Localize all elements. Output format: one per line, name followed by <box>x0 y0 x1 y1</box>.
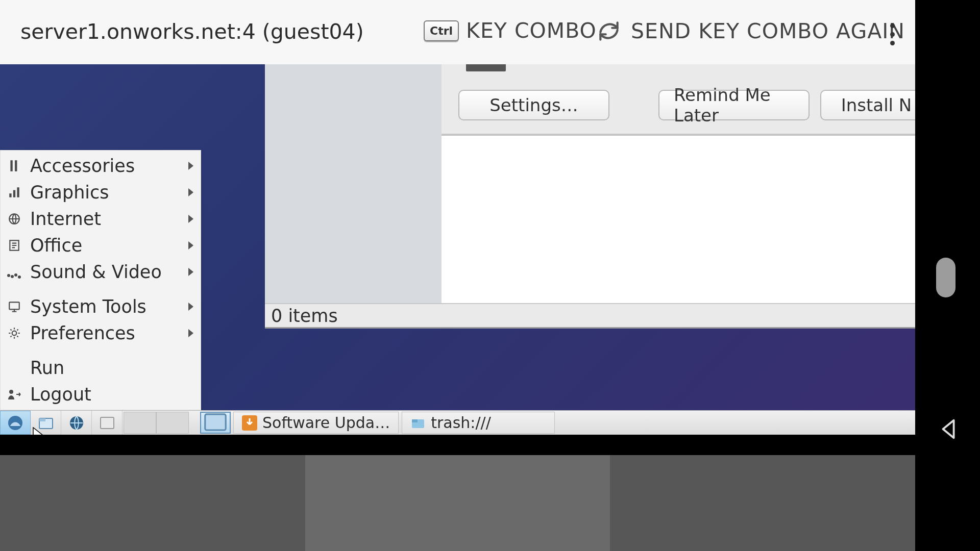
task-label: Software Upda… <box>262 414 390 432</box>
svg-rect-11 <box>9 302 19 309</box>
file-manager-status-bar: 0 items <box>265 303 915 329</box>
letterbox-band <box>0 435 915 455</box>
menu-item-label: Sound & Video <box>30 262 162 282</box>
chevron-right-icon <box>188 215 193 223</box>
menu-item-accessories[interactable]: Accessories <box>1 153 201 179</box>
graphics-icon <box>7 186 22 199</box>
applications-menu: Accessories Graphics Internet Office <box>0 150 201 410</box>
chevron-right-icon <box>188 162 193 170</box>
menu-item-label: Preferences <box>30 323 135 343</box>
svg-rect-2 <box>9 193 11 197</box>
updater-icon <box>242 415 257 431</box>
scrollbar-thumb[interactable] <box>936 258 955 297</box>
svg-point-12 <box>12 331 17 336</box>
browser-top-bar: server1.onworks.net:4 (guest04) Ctrl KEY… <box>0 0 915 64</box>
toolbar-slot-right[interactable] <box>610 455 915 551</box>
refresh-icon <box>596 18 622 44</box>
taskbar-task-software-updater[interactable]: Software Upda… <box>233 412 399 434</box>
software-updater-dialog: Settings… Remind Me Later Install N <box>442 64 915 135</box>
chevron-right-icon <box>188 329 193 337</box>
accessories-icon <box>7 159 22 172</box>
send-key-combo-again-button[interactable]: SEND KEY COMBO AGAIN <box>596 18 905 44</box>
install-now-button[interactable]: Install N <box>820 90 915 120</box>
more-menu-button[interactable] <box>890 23 895 45</box>
chevron-right-icon <box>188 241 193 249</box>
chevron-right-icon <box>188 268 193 276</box>
remind-later-button[interactable]: Remind Me Later <box>658 90 810 120</box>
menu-item-label: System Tools <box>30 296 146 317</box>
svg-point-13 <box>9 390 13 394</box>
menu-item-internet[interactable]: Internet <box>1 206 201 232</box>
web-browser-launcher[interactable] <box>61 411 92 435</box>
folder-icon <box>410 415 426 431</box>
workspace-1[interactable] <box>124 412 156 434</box>
remote-desktop[interactable]: Settings… Remind Me Later Install N 0 it… <box>0 64 915 435</box>
toolbar-slot-left[interactable] <box>0 455 305 551</box>
menu-item-office[interactable]: Office <box>1 232 201 259</box>
menu-item-logout[interactable]: Logout <box>1 381 201 408</box>
svg-rect-1 <box>15 160 17 171</box>
menu-item-preferences[interactable]: Preferences <box>1 320 201 346</box>
svg-rect-16 <box>39 418 45 421</box>
chevron-right-icon <box>188 303 193 311</box>
svg-rect-3 <box>13 190 15 197</box>
settings-button[interactable]: Settings… <box>458 90 609 120</box>
key-combo-button[interactable]: Ctrl KEY COMBO <box>424 18 597 43</box>
svg-rect-18 <box>101 417 114 429</box>
svg-point-10 <box>18 276 21 279</box>
menu-item-label: Logout <box>30 384 91 405</box>
taskbar: Software Upda… trash:/// <box>0 410 915 435</box>
svg-point-7 <box>7 274 10 277</box>
svg-rect-0 <box>10 160 12 171</box>
internet-icon <box>7 212 22 226</box>
taskbar-task-trash[interactable]: trash:/// <box>402 412 555 434</box>
menu-item-label: Graphics <box>30 182 109 203</box>
sound-video-icon <box>7 265 22 279</box>
preferences-icon <box>7 327 22 340</box>
toolbar-slot-middle[interactable] <box>305 455 610 551</box>
session-title: server1.onworks.net:4 (guest04) <box>20 19 364 44</box>
send-again-label: SEND KEY COMBO AGAIN <box>631 19 905 43</box>
show-desktop-button[interactable] <box>200 412 231 434</box>
menu-item-label: Office <box>30 235 82 256</box>
ctrl-key-icon: Ctrl <box>424 20 459 41</box>
menu-item-run[interactable]: Run <box>1 355 201 381</box>
key-combo-label: KEY COMBO <box>466 18 597 43</box>
menu-item-label: Internet <box>30 209 101 229</box>
item-count-label: 0 items <box>271 306 338 326</box>
logout-icon <box>7 388 22 401</box>
menu-item-graphics[interactable]: Graphics <box>1 179 201 206</box>
svg-rect-4 <box>17 187 19 197</box>
svg-point-9 <box>14 273 17 277</box>
terminal-launcher[interactable] <box>92 411 122 435</box>
android-back-button[interactable] <box>937 417 961 443</box>
system-tools-icon <box>7 300 22 313</box>
workspace-2[interactable] <box>156 412 189 434</box>
start-menu-button[interactable] <box>0 411 31 435</box>
task-label: trash:/// <box>431 414 491 432</box>
chevron-right-icon <box>188 188 193 196</box>
device-nav-bar <box>915 0 980 445</box>
svg-rect-19 <box>205 414 226 430</box>
menu-item-sound-video[interactable]: Sound & Video <box>1 259 201 285</box>
menu-item-label: Accessories <box>30 156 135 176</box>
file-manager-content[interactable] <box>442 135 915 303</box>
updater-header-icon <box>466 64 506 71</box>
office-icon <box>7 239 22 252</box>
svg-rect-22 <box>412 419 418 422</box>
menu-item-label: Run <box>30 358 64 378</box>
host-bottom-toolbar <box>0 455 915 551</box>
menu-item-system-tools[interactable]: System Tools <box>1 293 201 320</box>
workspace-pager[interactable] <box>124 411 189 435</box>
file-manager-sidebar[interactable] <box>265 64 442 304</box>
svg-point-8 <box>11 275 14 278</box>
